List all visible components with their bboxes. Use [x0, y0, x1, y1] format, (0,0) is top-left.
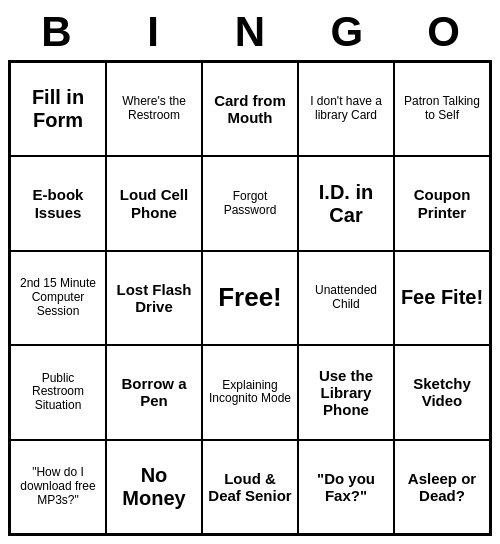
bingo-cell-14: Fee Fite!	[394, 251, 490, 345]
cell-text-5: E-book Issues	[14, 186, 102, 221]
bingo-title: BINGO	[8, 8, 492, 56]
bingo-cell-12: Free!	[202, 251, 298, 345]
bingo-letter-g: G	[303, 8, 391, 56]
cell-text-22: Loud & Deaf Senior	[206, 470, 294, 505]
bingo-cell-10: 2nd 15 Minute Computer Session	[10, 251, 106, 345]
cell-text-21: No Money	[110, 464, 198, 510]
bingo-letter-i: I	[109, 8, 197, 56]
bingo-cell-23: "Do you Fax?"	[298, 440, 394, 534]
bingo-letter-n: N	[206, 8, 294, 56]
bingo-cell-6: Loud Cell Phone	[106, 156, 202, 250]
bingo-letter-o: O	[400, 8, 488, 56]
bingo-cell-4: Patron Talking to Self	[394, 62, 490, 156]
cell-text-0: Fill in Form	[14, 86, 102, 132]
bingo-cell-18: Use the Library Phone	[298, 345, 394, 439]
cell-text-10: 2nd 15 Minute Computer Session	[14, 277, 102, 318]
bingo-grid: Fill in FormWhere's the RestroomCard fro…	[8, 60, 492, 536]
bingo-cell-22: Loud & Deaf Senior	[202, 440, 298, 534]
bingo-cell-15: Public Restroom Situation	[10, 345, 106, 439]
cell-text-24: Asleep or Dead?	[398, 470, 486, 505]
cell-text-2: Card from Mouth	[206, 92, 294, 127]
cell-text-16: Borrow a Pen	[110, 375, 198, 410]
cell-text-8: I.D. in Car	[302, 181, 390, 227]
bingo-cell-21: No Money	[106, 440, 202, 534]
cell-text-12: Free!	[218, 283, 282, 313]
cell-text-20: "How do I download free MP3s?"	[14, 466, 102, 507]
bingo-cell-24: Asleep or Dead?	[394, 440, 490, 534]
bingo-cell-2: Card from Mouth	[202, 62, 298, 156]
cell-text-14: Fee Fite!	[401, 286, 483, 309]
bingo-cell-17: Explaining Incognito Mode	[202, 345, 298, 439]
bingo-cell-8: I.D. in Car	[298, 156, 394, 250]
cell-text-13: Unattended Child	[302, 284, 390, 312]
bingo-cell-9: Coupon Printer	[394, 156, 490, 250]
cell-text-7: Forgot Password	[206, 190, 294, 218]
cell-text-19: Sketchy Video	[398, 375, 486, 410]
bingo-cell-1: Where's the Restroom	[106, 62, 202, 156]
bingo-cell-7: Forgot Password	[202, 156, 298, 250]
cell-text-1: Where's the Restroom	[110, 95, 198, 123]
bingo-cell-11: Lost Flash Drive	[106, 251, 202, 345]
bingo-cell-5: E-book Issues	[10, 156, 106, 250]
cell-text-6: Loud Cell Phone	[110, 186, 198, 221]
bingo-cell-13: Unattended Child	[298, 251, 394, 345]
cell-text-23: "Do you Fax?"	[302, 470, 390, 505]
cell-text-15: Public Restroom Situation	[14, 372, 102, 413]
cell-text-18: Use the Library Phone	[302, 367, 390, 419]
bingo-cell-16: Borrow a Pen	[106, 345, 202, 439]
cell-text-4: Patron Talking to Self	[398, 95, 486, 123]
bingo-letter-b: B	[12, 8, 100, 56]
bingo-cell-19: Sketchy Video	[394, 345, 490, 439]
bingo-cell-0: Fill in Form	[10, 62, 106, 156]
cell-text-17: Explaining Incognito Mode	[206, 379, 294, 407]
cell-text-11: Lost Flash Drive	[110, 281, 198, 316]
bingo-cell-3: I don't have a library Card	[298, 62, 394, 156]
cell-text-9: Coupon Printer	[398, 186, 486, 221]
bingo-cell-20: "How do I download free MP3s?"	[10, 440, 106, 534]
cell-text-3: I don't have a library Card	[302, 95, 390, 123]
